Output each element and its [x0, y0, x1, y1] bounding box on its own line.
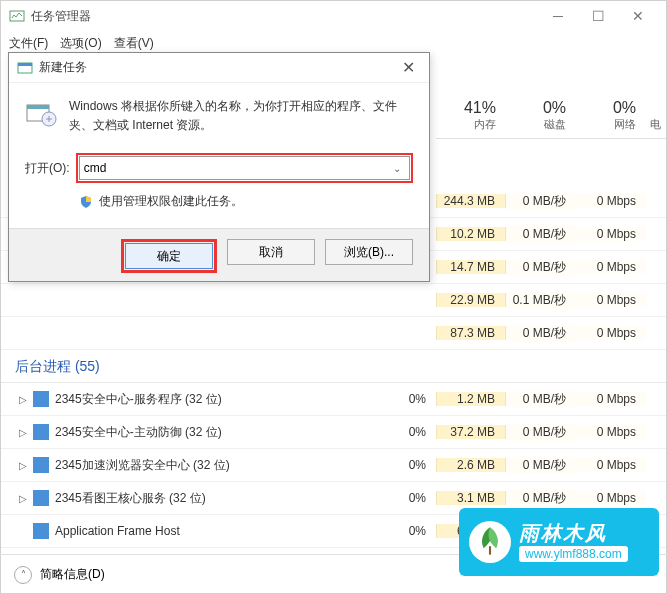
- browse-button[interactable]: 浏览(B)...: [325, 239, 413, 265]
- run-large-icon: [25, 97, 57, 129]
- shield-icon: [79, 195, 93, 209]
- command-combobox[interactable]: ⌄: [79, 156, 410, 180]
- expand-icon[interactable]: [19, 526, 33, 537]
- menu-view[interactable]: 查看(V): [114, 35, 154, 52]
- dialog-description: Windows 将根据你所键入的名称，为你打开相应的程序、文件夹、文档或 Int…: [69, 97, 413, 135]
- watermark-url: www.ylmf888.com: [519, 546, 628, 562]
- dropdown-icon[interactable]: ⌄: [389, 163, 405, 174]
- open-label: 打开(O):: [25, 160, 70, 177]
- watermark-name: 雨林木风: [519, 522, 628, 544]
- process-row[interactable]: ▷2345安全中心-服务程序 (32 位)0%1.2 MB0 MB/秒0 Mbp…: [1, 383, 666, 416]
- process-icon: [33, 424, 49, 440]
- dialog-title: 新建任务: [39, 59, 396, 76]
- menu-file[interactable]: 文件(F): [9, 35, 48, 52]
- maximize-button[interactable]: ☐: [578, 1, 618, 31]
- process-icon: [33, 490, 49, 506]
- expand-icon[interactable]: ▷: [19, 493, 33, 504]
- col-network[interactable]: 0% 网络: [576, 95, 646, 139]
- window-title: 任务管理器: [31, 8, 538, 25]
- minimize-button[interactable]: ─: [538, 1, 578, 31]
- svg-rect-2: [18, 63, 32, 66]
- cancel-button[interactable]: 取消: [227, 239, 315, 265]
- window-controls: ─ ☐ ✕: [538, 1, 658, 31]
- col-disk[interactable]: 0% 磁盘: [506, 95, 576, 139]
- col-extra[interactable]: 电: [646, 95, 666, 139]
- dialog-titlebar: 新建任务 ✕: [9, 53, 429, 83]
- expand-icon[interactable]: ▷: [19, 427, 33, 438]
- col-memory[interactable]: 41% 内存: [436, 95, 506, 139]
- process-icon: [33, 457, 49, 473]
- svg-rect-4: [27, 105, 49, 109]
- run-icon: [17, 60, 33, 76]
- highlight-box: 确定: [121, 239, 217, 273]
- section-background-processes[interactable]: 后台进程 (55): [1, 350, 666, 383]
- menu-options[interactable]: 选项(O): [60, 35, 101, 52]
- expand-icon[interactable]: ▷: [19, 460, 33, 471]
- table-row[interactable]: 87.3 MB0 MB/秒0 Mbps: [1, 317, 666, 350]
- ok-button[interactable]: 确定: [125, 243, 213, 269]
- watermark-logo: 雨林木风 www.ylmf888.com: [459, 508, 659, 576]
- command-input[interactable]: [84, 158, 389, 178]
- new-task-dialog: 新建任务 ✕ Windows 将根据你所键入的名称，为你打开相应的程序、文件夹、…: [8, 52, 430, 282]
- process-icon: [33, 523, 49, 539]
- process-icon: [33, 391, 49, 407]
- admin-checkbox-label[interactable]: 使用管理权限创建此任务。: [99, 193, 243, 210]
- fewer-details-link[interactable]: 简略信息(D): [40, 566, 105, 583]
- close-button[interactable]: ✕: [618, 1, 658, 31]
- svg-rect-6: [489, 546, 491, 554]
- highlight-box: ⌄: [76, 153, 413, 183]
- dialog-close-button[interactable]: ✕: [396, 58, 421, 77]
- process-row[interactable]: ▷2345加速浏览器安全中心 (32 位)0%2.6 MB0 MB/秒0 Mbp…: [1, 449, 666, 482]
- chevron-up-icon[interactable]: ˄: [14, 566, 32, 584]
- titlebar: 任务管理器 ─ ☐ ✕: [1, 1, 666, 31]
- app-icon: [9, 8, 25, 24]
- leaf-icon: [469, 521, 511, 563]
- process-row[interactable]: ▷2345安全中心-主动防御 (32 位)0%37.2 MB0 MB/秒0 Mb…: [1, 416, 666, 449]
- expand-icon[interactable]: ▷: [19, 394, 33, 405]
- column-headers: 41% 内存 0% 磁盘 0% 网络 电: [436, 95, 666, 139]
- table-row[interactable]: 22.9 MB0.1 MB/秒0 Mbps: [1, 284, 666, 317]
